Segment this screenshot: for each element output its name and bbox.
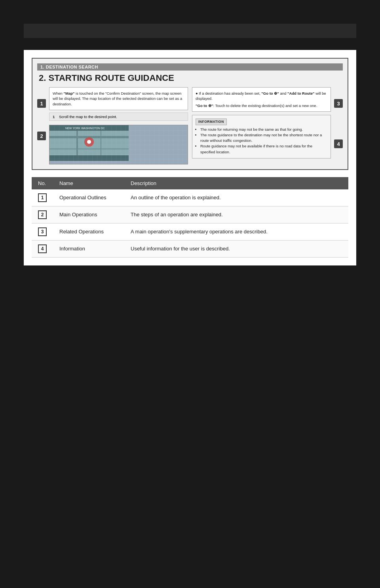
diagram-section-label: 1. DESTINATION SEARCH	[37, 63, 343, 71]
svg-point-6	[87, 140, 91, 144]
map-image: NEW YORK WASHINGTON DC	[49, 125, 188, 164]
badge-2: 2	[38, 210, 47, 219]
right-bullet-1: If a destination has already been set, "…	[196, 91, 327, 101]
row-3-description: A main operation's supplementary operati…	[124, 223, 348, 240]
row-4-name: Information	[53, 240, 124, 257]
row-4-description: Useful information for the user is descr…	[124, 240, 348, 257]
col-header-description: Description	[124, 177, 348, 189]
callout-3: 3	[334, 99, 343, 108]
diagram-inner: When "Map" is touched on the "Confirm De…	[49, 87, 331, 164]
step-text: Scroll the map to the desired point.	[59, 115, 117, 119]
diagram-box: 1. DESTINATION SEARCH 2. STARTING ROUTE …	[32, 58, 348, 170]
badge-4: 4	[38, 244, 47, 253]
step-number: 1	[53, 115, 57, 119]
callout-1: 1	[37, 99, 46, 108]
left-callouts: 1 2	[37, 99, 46, 140]
row-1-no: 1	[32, 189, 53, 206]
diagram-wrapper: 1 2 3 4 When "Map" is touched on the "Co…	[37, 87, 343, 164]
info-bullet-3: Route guidance may not be available if t…	[200, 143, 327, 155]
col-header-name: Name	[53, 177, 124, 189]
info-box: INFORMATION The route for returning may …	[192, 115, 331, 158]
table-row: 3 Related Operations A main operation's …	[32, 223, 348, 240]
callout-2: 2	[37, 132, 46, 140]
right-bullet-2: "Go to ⊕": Touch to delete the existing …	[196, 103, 327, 108]
row-2-name: Main Operations	[53, 206, 124, 223]
left-text-box: When "Map" is touched on the "Confirm De…	[49, 87, 188, 110]
step-row: 1 Scroll the map to the desired point.	[49, 113, 188, 121]
svg-rect-0	[49, 125, 129, 161]
badge-1: 1	[38, 193, 47, 202]
row-2-no: 2	[32, 206, 53, 223]
header-bar	[24, 24, 356, 38]
badge-3: 3	[38, 227, 47, 236]
callout-4: 4	[334, 139, 343, 148]
diagram-right: If a destination has already been set, "…	[192, 87, 331, 164]
info-bullets-list: The route for returning may not be the s…	[196, 127, 327, 155]
col-header-no: No.	[32, 177, 53, 189]
row-3-name: Related Operations	[53, 223, 124, 240]
row-1-description: An outline of the operation is explained…	[124, 189, 348, 206]
table-row: 2 Main Operations The steps of an operat…	[32, 206, 348, 223]
table-header-row: No. Name Description	[32, 177, 348, 189]
info-bullet-1: The route for returning may not be the s…	[200, 127, 327, 132]
right-top-box: If a destination has already been set, "…	[192, 87, 331, 112]
row-2-description: The steps of an operation are explained.	[124, 206, 348, 223]
page-container: 1. DESTINATION SEARCH 2. STARTING ROUTE …	[0, 0, 380, 588]
info-label: INFORMATION	[196, 118, 227, 125]
svg-text:NEW YORK WASHINGTON DC: NEW YORK WASHINGTON DC	[65, 127, 105, 130]
content-area: 1. DESTINATION SEARCH 2. STARTING ROUTE …	[24, 50, 356, 265]
diagram-title: 2. STARTING ROUTE GUIDANCE	[37, 73, 343, 83]
diagram-left: When "Map" is touched on the "Confirm De…	[49, 87, 188, 164]
info-bullet-2: The route guidance to the destination ma…	[200, 132, 327, 144]
table-row: 4 Information Useful information for the…	[32, 240, 348, 257]
svg-rect-7	[49, 125, 129, 131]
svg-rect-9	[49, 155, 129, 161]
row-3-no: 3	[32, 223, 53, 240]
info-table: No. Name Description 1 Operational Outli…	[32, 177, 348, 258]
table-body: 1 Operational Outlines An outline of the…	[32, 189, 348, 258]
right-callouts: 3 4	[334, 99, 343, 148]
row-1-name: Operational Outlines	[53, 189, 124, 206]
table-row: 1 Operational Outlines An outline of the…	[32, 189, 348, 206]
row-4-no: 4	[32, 240, 53, 257]
svg-point-5	[84, 137, 94, 147]
